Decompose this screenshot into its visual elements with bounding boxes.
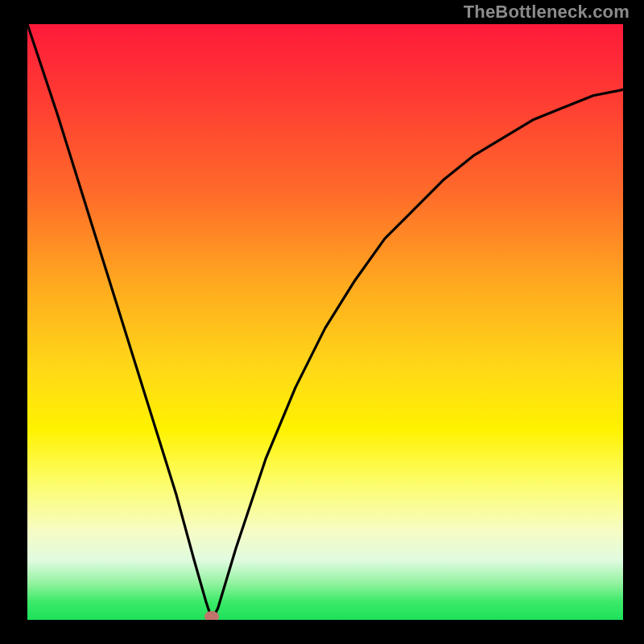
chart-frame: TheBottleneck.com: [0, 0, 644, 644]
bottleneck-curve: [27, 24, 623, 620]
watermark-text: TheBottleneck.com: [464, 2, 630, 23]
optimum-marker: [204, 611, 219, 620]
plot-area: [27, 24, 623, 620]
